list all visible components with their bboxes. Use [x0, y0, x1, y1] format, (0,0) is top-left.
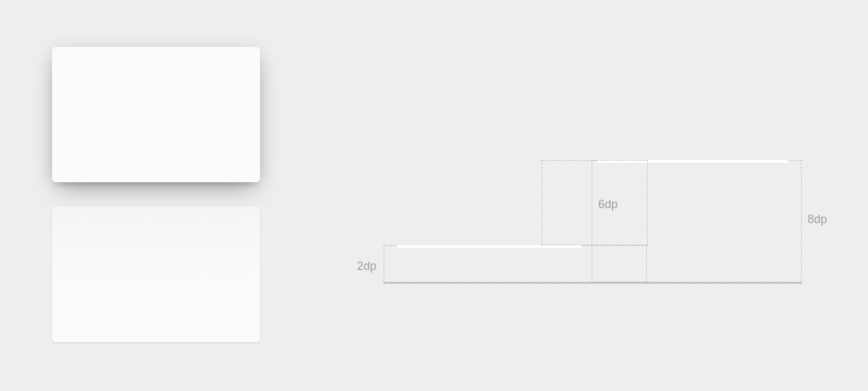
elevation-box-2dp-top-surface [397, 245, 581, 248]
elevation-label-2dp: 2dp [357, 260, 376, 272]
card-resting-2dp [52, 207, 260, 342]
card-elevated-8dp [52, 47, 260, 182]
elevation-spec-stage: 2dp 6dp 8dp [0, 0, 868, 391]
elevation-label-6dp: 6dp [598, 198, 618, 210]
elevation-label-8dp: 8dp [808, 213, 827, 225]
elevation-diagram: 2dp 6dp 8dp [384, 160, 835, 290]
elevation-box-6dp [542, 160, 648, 245]
surface-line [384, 282, 802, 284]
